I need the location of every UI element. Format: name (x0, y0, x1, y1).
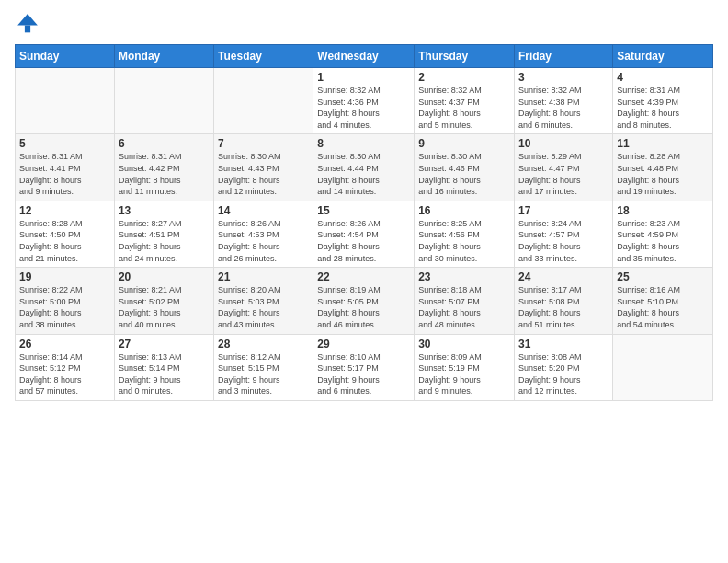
day-number: 18 (617, 204, 709, 217)
calendar-cell: 17Sunrise: 8:24 AM Sunset: 4:57 PM Dayli… (515, 201, 613, 267)
day-number: 1 (317, 71, 410, 84)
calendar-cell: 30Sunrise: 8:09 AM Sunset: 5:19 PM Dayli… (415, 334, 515, 400)
calendar-week-row: 26Sunrise: 8:14 AM Sunset: 5:12 PM Dayli… (16, 334, 713, 400)
day-info: Sunrise: 8:18 AM Sunset: 5:07 PM Dayligh… (418, 284, 510, 330)
day-info: Sunrise: 8:19 AM Sunset: 5:05 PM Dayligh… (317, 284, 410, 330)
weekday-header: Thursday (415, 45, 515, 68)
calendar-cell: 14Sunrise: 8:26 AM Sunset: 4:53 PM Dayli… (214, 201, 313, 267)
day-info: Sunrise: 8:25 AM Sunset: 4:56 PM Dayligh… (418, 218, 510, 264)
day-info: Sunrise: 8:20 AM Sunset: 5:03 PM Dayligh… (218, 284, 309, 330)
day-number: 17 (518, 204, 609, 217)
calendar-cell: 6Sunrise: 8:31 AM Sunset: 4:42 PM Daylig… (114, 134, 213, 201)
calendar-cell: 26Sunrise: 8:14 AM Sunset: 5:12 PM Dayli… (16, 334, 115, 400)
day-number: 6 (119, 137, 210, 150)
calendar-cell: 29Sunrise: 8:10 AM Sunset: 5:17 PM Dayli… (313, 334, 415, 400)
day-info: Sunrise: 8:31 AM Sunset: 4:41 PM Dayligh… (19, 151, 110, 197)
calendar: SundayMondayTuesdayWednesdayThursdayFrid… (15, 44, 713, 401)
day-info: Sunrise: 8:32 AM Sunset: 4:36 PM Dayligh… (317, 85, 410, 131)
day-number: 29 (317, 338, 410, 350)
day-info: Sunrise: 8:30 AM Sunset: 4:43 PM Dayligh… (218, 151, 309, 197)
calendar-cell: 2Sunrise: 8:32 AM Sunset: 4:37 PM Daylig… (415, 68, 515, 134)
logo (15, 11, 44, 37)
calendar-cell: 24Sunrise: 8:17 AM Sunset: 5:08 PM Dayli… (515, 268, 613, 334)
day-info: Sunrise: 8:30 AM Sunset: 4:44 PM Dayligh… (317, 151, 410, 197)
day-number: 15 (317, 204, 410, 217)
day-info: Sunrise: 8:31 AM Sunset: 4:42 PM Dayligh… (119, 151, 210, 197)
day-number: 22 (317, 270, 410, 283)
calendar-cell: 27Sunrise: 8:13 AM Sunset: 5:14 PM Dayli… (114, 334, 213, 400)
day-number: 24 (518, 270, 609, 283)
day-number: 19 (19, 270, 110, 283)
calendar-week-row: 5Sunrise: 8:31 AM Sunset: 4:41 PM Daylig… (16, 134, 713, 201)
day-info: Sunrise: 8:26 AM Sunset: 4:54 PM Dayligh… (317, 218, 410, 264)
day-info: Sunrise: 8:09 AM Sunset: 5:19 PM Dayligh… (418, 351, 510, 397)
calendar-cell: 8Sunrise: 8:30 AM Sunset: 4:44 PM Daylig… (313, 134, 415, 201)
calendar-cell: 23Sunrise: 8:18 AM Sunset: 5:07 PM Dayli… (415, 268, 515, 334)
calendar-cell: 25Sunrise: 8:16 AM Sunset: 5:10 PM Dayli… (613, 268, 713, 334)
svg-rect-1 (25, 26, 30, 33)
day-info: Sunrise: 8:16 AM Sunset: 5:10 PM Dayligh… (617, 284, 709, 330)
calendar-week-row: 1Sunrise: 8:32 AM Sunset: 4:36 PM Daylig… (16, 68, 713, 134)
logo-icon (15, 11, 40, 37)
day-info: Sunrise: 8:17 AM Sunset: 5:08 PM Dayligh… (518, 284, 609, 330)
weekday-header: Monday (114, 45, 213, 68)
day-number: 25 (617, 270, 709, 283)
day-info: Sunrise: 8:28 AM Sunset: 4:50 PM Dayligh… (19, 218, 110, 264)
calendar-cell: 10Sunrise: 8:29 AM Sunset: 4:47 PM Dayli… (515, 134, 613, 201)
weekday-header: Friday (515, 45, 613, 68)
day-number: 27 (119, 338, 210, 350)
calendar-cell: 31Sunrise: 8:08 AM Sunset: 5:20 PM Dayli… (515, 334, 613, 400)
calendar-cell: 3Sunrise: 8:32 AM Sunset: 4:38 PM Daylig… (515, 68, 613, 134)
day-info: Sunrise: 8:08 AM Sunset: 5:20 PM Dayligh… (518, 351, 609, 397)
day-number: 21 (218, 270, 309, 283)
day-number: 10 (518, 137, 609, 150)
day-number: 11 (617, 137, 709, 150)
day-info: Sunrise: 8:22 AM Sunset: 5:00 PM Dayligh… (19, 284, 110, 330)
weekday-header-row: SundayMondayTuesdayWednesdayThursdayFrid… (16, 45, 713, 68)
day-number: 12 (19, 204, 110, 217)
day-info: Sunrise: 8:32 AM Sunset: 4:38 PM Dayligh… (518, 85, 609, 131)
calendar-cell (214, 68, 313, 134)
day-info: Sunrise: 8:13 AM Sunset: 5:14 PM Dayligh… (119, 351, 210, 397)
day-info: Sunrise: 8:32 AM Sunset: 4:37 PM Dayligh… (418, 85, 510, 131)
day-number: 13 (119, 204, 210, 217)
day-number: 31 (518, 338, 609, 350)
header (15, 11, 713, 37)
day-number: 23 (418, 270, 510, 283)
day-number: 4 (617, 71, 709, 84)
calendar-cell: 15Sunrise: 8:26 AM Sunset: 4:54 PM Dayli… (313, 201, 415, 267)
day-info: Sunrise: 8:26 AM Sunset: 4:53 PM Dayligh… (218, 218, 309, 264)
day-info: Sunrise: 8:12 AM Sunset: 5:15 PM Dayligh… (218, 351, 309, 397)
calendar-cell: 9Sunrise: 8:30 AM Sunset: 4:46 PM Daylig… (415, 134, 515, 201)
calendar-cell (613, 334, 713, 400)
day-info: Sunrise: 8:21 AM Sunset: 5:02 PM Dayligh… (119, 284, 210, 330)
day-info: Sunrise: 8:27 AM Sunset: 4:51 PM Dayligh… (119, 218, 210, 264)
day-number: 2 (418, 71, 510, 84)
calendar-cell: 13Sunrise: 8:27 AM Sunset: 4:51 PM Dayli… (114, 201, 213, 267)
calendar-cell: 7Sunrise: 8:30 AM Sunset: 4:43 PM Daylig… (214, 134, 313, 201)
day-number: 9 (418, 137, 510, 150)
day-info: Sunrise: 8:10 AM Sunset: 5:17 PM Dayligh… (317, 351, 410, 397)
day-info: Sunrise: 8:14 AM Sunset: 5:12 PM Dayligh… (19, 351, 110, 397)
weekday-header: Tuesday (214, 45, 313, 68)
calendar-cell: 5Sunrise: 8:31 AM Sunset: 4:41 PM Daylig… (16, 134, 115, 201)
calendar-cell: 11Sunrise: 8:28 AM Sunset: 4:48 PM Dayli… (613, 134, 713, 201)
day-number: 16 (418, 204, 510, 217)
calendar-week-row: 12Sunrise: 8:28 AM Sunset: 4:50 PM Dayli… (16, 201, 713, 267)
day-number: 8 (317, 137, 410, 150)
day-info: Sunrise: 8:24 AM Sunset: 4:57 PM Dayligh… (518, 218, 609, 264)
weekday-header: Wednesday (313, 45, 415, 68)
day-info: Sunrise: 8:28 AM Sunset: 4:48 PM Dayligh… (617, 151, 709, 197)
calendar-cell: 20Sunrise: 8:21 AM Sunset: 5:02 PM Dayli… (114, 268, 213, 334)
day-number: 26 (19, 338, 110, 350)
weekday-header: Saturday (613, 45, 713, 68)
calendar-cell: 12Sunrise: 8:28 AM Sunset: 4:50 PM Dayli… (16, 201, 115, 267)
calendar-cell (114, 68, 213, 134)
calendar-cell: 22Sunrise: 8:19 AM Sunset: 5:05 PM Dayli… (313, 268, 415, 334)
calendar-cell (16, 68, 115, 134)
svg-marker-0 (17, 14, 38, 25)
day-number: 7 (218, 137, 309, 150)
day-number: 20 (119, 270, 210, 283)
calendar-cell: 28Sunrise: 8:12 AM Sunset: 5:15 PM Dayli… (214, 334, 313, 400)
calendar-cell: 1Sunrise: 8:32 AM Sunset: 4:36 PM Daylig… (313, 68, 415, 134)
